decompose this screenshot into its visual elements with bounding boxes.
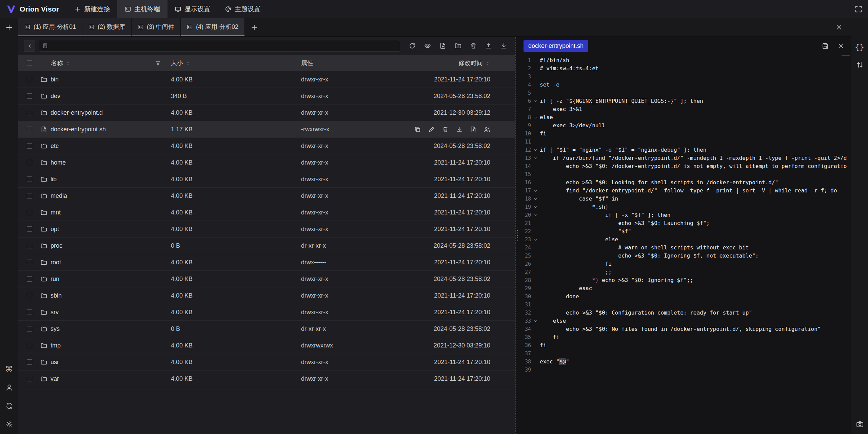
back-button[interactable] [24, 40, 35, 52]
row-checkbox[interactable] [27, 176, 32, 182]
sort-carets-icon[interactable] [65, 61, 71, 66]
session-tab-1[interactable]: (2) 数据库 [82, 18, 132, 36]
nav-item-0[interactable]: 新建连接 [67, 0, 117, 18]
sync-icon[interactable] [5, 402, 13, 410]
nav-item-3[interactable]: 主题设置 [218, 0, 268, 18]
logo[interactable]: Orion Visor [0, 4, 67, 14]
fold-chevron-icon[interactable] [531, 205, 540, 209]
gear-icon[interactable] [5, 420, 13, 428]
editor-close-icon[interactable] [837, 42, 844, 49]
table-row[interactable]: srv4.00 KBdrwxr-xr-x2021-11-24 17:20:10 [18, 304, 515, 321]
download-icon[interactable] [500, 42, 507, 49]
column-header-1[interactable]: 大小 [171, 59, 301, 67]
table-row[interactable]: docker-entrypoint.sh1.17 KB-rwxrwxr-x [18, 121, 515, 138]
trash-icon[interactable] [470, 42, 477, 49]
table-row[interactable]: etc4.00 KBdrwxr-xr-x2024-05-28 23:58:02 [18, 138, 515, 154]
row-checkbox[interactable] [27, 376, 32, 381]
fold-chevron-icon[interactable] [531, 189, 540, 193]
row-checkbox[interactable] [27, 93, 32, 99]
swap-vertical-icon[interactable] [856, 61, 864, 69]
row-checkbox[interactable] [27, 210, 32, 215]
table-row[interactable]: var4.00 KBdrwxr-xr-x2021-11-24 17:20:10 [18, 371, 515, 387]
table-row[interactable]: proc0 Bdr-xr-xr-x2024-05-28 23:58:02 [18, 238, 515, 254]
row-checkbox[interactable] [27, 110, 32, 115]
fold-chevron-icon[interactable] [531, 319, 540, 323]
editor-scrollbar[interactable] [842, 55, 850, 56]
edit-icon[interactable] [428, 126, 435, 133]
row-checkbox[interactable] [27, 243, 32, 248]
table-row[interactable]: usr4.00 KBdrwxr-xr-x2021-11-24 17:20:10 [18, 354, 515, 371]
row-checkbox[interactable] [27, 276, 32, 282]
filter-icon[interactable] [155, 60, 161, 66]
upload-icon[interactable] [485, 42, 492, 49]
row-checkbox[interactable] [27, 260, 32, 265]
column-header-3[interactable]: 修改时间 [413, 59, 490, 67]
row-checkbox[interactable] [27, 77, 32, 82]
add-tab-button[interactable] [245, 18, 264, 36]
panel-resize-divider[interactable] [515, 37, 519, 434]
table-row[interactable]: dev340 Bdrwxr-xr-x2024-05-28 23:58:02 [18, 88, 515, 105]
table-row[interactable]: sbin4.00 KBdrwxr-xr-x2021-11-24 17:20:10 [18, 287, 515, 304]
code-area[interactable]: 1#!/bin/sh2# vim:sw=4:ts=4:et34set -e56i… [519, 55, 851, 434]
fold-chevron-icon[interactable] [531, 148, 540, 152]
user-icon[interactable] [5, 384, 13, 391]
braces-icon[interactable]: {} [855, 43, 865, 51]
sort-carets-icon[interactable] [185, 61, 191, 66]
fold-chevron-icon[interactable] [531, 115, 540, 120]
row-checkbox[interactable] [27, 326, 32, 332]
trash-icon[interactable] [442, 126, 449, 133]
table-row[interactable]: mnt4.00 KBdrwxr-xr-x2021-11-24 17:20:10 [18, 204, 515, 221]
table-row[interactable]: root4.00 KBdrwx------2021-11-24 17:20:10 [18, 254, 515, 271]
refresh-icon[interactable] [409, 42, 416, 49]
table-row[interactable]: sys0 Bdr-xr-xr-x2024-05-28 23:58:02 [18, 321, 515, 337]
fold-chevron-icon[interactable] [531, 197, 540, 201]
eye-icon[interactable] [424, 42, 431, 49]
new-file-icon[interactable] [439, 42, 446, 49]
table-row[interactable]: docker-entrypoint.d4.00 KBdrwxr-xr-x2021… [18, 105, 515, 121]
column-header-0[interactable]: 名称 [41, 59, 171, 67]
row-checkbox[interactable] [27, 359, 32, 365]
editor-file-tab[interactable]: docker-entrypoint.sh [524, 40, 588, 52]
new-folder-icon[interactable] [455, 42, 461, 49]
file-name-cell: sys [41, 325, 171, 333]
line-number: 24 [519, 244, 531, 252]
table-row[interactable]: run4.00 KBdrwxr-xr-x2024-05-28 23:58:02 [18, 271, 515, 287]
fold-chevron-icon[interactable] [531, 99, 540, 103]
column-header-2[interactable]: 属性 [301, 59, 413, 67]
save-icon[interactable] [822, 42, 829, 49]
row-checkbox[interactable] [27, 193, 32, 199]
fold-chevron-icon[interactable] [531, 156, 540, 161]
camera-icon[interactable] [856, 420, 864, 428]
session-tab-0[interactable]: (1) 应用-分析01 [18, 18, 82, 36]
row-checkbox[interactable] [27, 127, 32, 132]
session-tab-2[interactable]: (3) 中间件 [132, 18, 181, 36]
table-row[interactable]: media4.00 KBdrwxr-xr-x2021-11-24 17:20:1… [18, 188, 515, 204]
fold-chevron-icon[interactable] [531, 213, 540, 218]
table-row[interactable]: bin4.00 KBdrwxr-xr-x2021-11-24 17:20:10 [18, 71, 515, 88]
sort-carets-icon[interactable] [485, 61, 490, 66]
permission-icon[interactable] [484, 126, 490, 133]
path-input[interactable] [39, 40, 400, 52]
command-icon[interactable]: ⌘ [5, 365, 13, 373]
select-all-checkbox[interactable] [27, 60, 32, 66]
fullscreen-icon[interactable] [849, 5, 868, 13]
row-checkbox[interactable] [27, 293, 32, 298]
table-row[interactable]: home4.00 KBdrwxr-xr-x2021-11-24 17:20:10 [18, 154, 515, 171]
fold-chevron-icon[interactable] [531, 238, 540, 242]
row-checkbox[interactable] [27, 160, 32, 165]
table-row[interactable]: tmp4.00 KBdrwxrwxrwx2021-12-30 03:29:10 [18, 337, 515, 354]
row-checkbox[interactable] [27, 309, 32, 315]
session-tab-3[interactable]: (4) 应用-分析02 [181, 18, 245, 36]
close-panel-button[interactable] [827, 18, 851, 36]
nav-item-1[interactable]: 主机终端 [117, 0, 167, 18]
copy-icon[interactable] [414, 126, 421, 133]
row-checkbox[interactable] [27, 143, 32, 149]
row-checkbox[interactable] [27, 226, 32, 232]
download-icon[interactable] [456, 126, 462, 133]
plus-icon[interactable] [5, 24, 13, 31]
table-row[interactable]: opt4.00 KBdrwxr-xr-x2021-11-24 17:20:10 [18, 221, 515, 238]
table-row[interactable]: lib4.00 KBdrwxr-xr-x2021-11-24 17:20:10 [18, 171, 515, 188]
nav-item-2[interactable]: 显示设置 [167, 0, 218, 18]
row-checkbox[interactable] [27, 343, 32, 348]
move-icon[interactable] [470, 126, 476, 133]
